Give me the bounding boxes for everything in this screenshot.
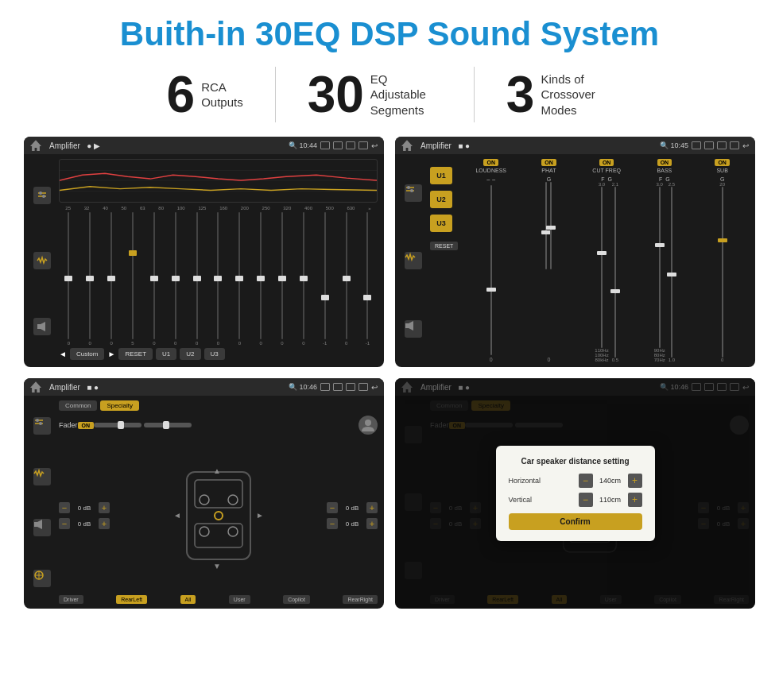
u3-select-button[interactable]: U3: [430, 215, 452, 232]
eq-track-5[interactable]: [175, 212, 176, 339]
btn-rearright[interactable]: RearRight: [343, 595, 378, 604]
phat-on-badge[interactable]: ON: [541, 159, 556, 166]
bass-thumb-1[interactable]: [655, 243, 665, 247]
eq-u3-button[interactable]: U3: [204, 348, 225, 360]
bass-on-badge[interactable]: ON: [657, 159, 672, 166]
fader-icon-balance[interactable]: [33, 570, 51, 587]
cutfreq-slider-1[interactable]: [601, 187, 603, 348]
eq-track-8[interactable]: [238, 212, 240, 339]
eq-track-12[interactable]: [324, 212, 326, 339]
phat-slider-2[interactable]: [550, 182, 552, 269]
loudness-thumb[interactable]: [486, 288, 496, 292]
eq-track-9[interactable]: [260, 212, 262, 339]
tab-specialty[interactable]: Specialty: [100, 400, 138, 411]
eq-thumb-14[interactable]: [363, 295, 371, 300]
db-minus-fl[interactable]: −: [59, 502, 70, 513]
eq-thumb-10[interactable]: [278, 276, 286, 281]
back-icon-2[interactable]: ↩: [742, 141, 749, 150]
bass-slider-2[interactable]: [671, 187, 672, 358]
u1-select-button[interactable]: U1: [430, 167, 452, 184]
eq-track-10[interactable]: [281, 212, 283, 339]
dialog-minus-horizontal[interactable]: −: [579, 474, 593, 488]
fader-icon-wave[interactable]: [33, 468, 51, 485]
eq-thumb-8[interactable]: [235, 276, 243, 281]
home-icon-1[interactable]: [30, 140, 41, 151]
eq-track-13[interactable]: [346, 212, 347, 339]
home-icon-3[interactable]: [30, 381, 41, 393]
eq-reset-button[interactable]: RESET: [118, 348, 153, 360]
db-plus-fl[interactable]: +: [99, 502, 110, 513]
fader-h-slider-2[interactable]: [144, 423, 192, 427]
crossover-icon-speaker[interactable]: [405, 320, 422, 338]
fader-on-button[interactable]: ON: [78, 422, 95, 429]
fader-h-slider-1[interactable]: [94, 423, 141, 427]
db-minus-rl[interactable]: −: [59, 518, 70, 529]
dialog-minus-vertical[interactable]: −: [579, 493, 593, 507]
eq-thumb-12[interactable]: [321, 295, 329, 300]
fader-h-thumb-2[interactable]: [163, 421, 169, 429]
fader-icon-speaker[interactable]: [33, 519, 51, 536]
btn-user[interactable]: User: [229, 595, 250, 604]
db-minus-fr[interactable]: −: [327, 502, 338, 513]
eq-track-2[interactable]: [110, 212, 112, 339]
btn-all[interactable]: All: [180, 595, 196, 604]
sub-on-badge[interactable]: ON: [715, 159, 730, 166]
loudness-slider[interactable]: [490, 185, 492, 355]
eq-icon-tune[interactable]: [33, 187, 51, 204]
tab-common[interactable]: Common: [59, 400, 97, 411]
eq-thumb-7[interactable]: [214, 276, 222, 281]
phat-thumb-2[interactable]: [546, 226, 556, 230]
cutfreq-slider-2[interactable]: [614, 187, 616, 358]
btn-copilot[interactable]: Copilot: [283, 595, 310, 604]
cutfreq-thumb-1[interactable]: [597, 251, 607, 255]
eq-thumb-11[interactable]: [300, 276, 308, 281]
bass-slider-1[interactable]: [659, 187, 661, 348]
loudness-on-badge[interactable]: ON: [483, 159, 498, 166]
cutfreq-thumb-2[interactable]: [610, 289, 620, 293]
eq-track-3[interactable]: [132, 212, 134, 339]
bass-thumb-2[interactable]: [667, 273, 676, 277]
sub-thumb[interactable]: [718, 238, 727, 242]
crossover-icon-tune[interactable]: [405, 184, 422, 202]
eq-custom-button[interactable]: Custom: [70, 348, 105, 360]
btn-driver[interactable]: Driver: [59, 595, 83, 604]
back-icon-1[interactable]: ↩: [371, 141, 378, 150]
db-plus-rl[interactable]: +: [99, 518, 110, 529]
eq-thumb-4[interactable]: [150, 276, 158, 281]
fader-icon-tune[interactable]: [33, 417, 51, 435]
dialog-plus-vertical[interactable]: +: [628, 493, 642, 507]
dialog-confirm-button[interactable]: Confirm: [509, 513, 642, 530]
eq-thumb-0[interactable]: [64, 276, 72, 281]
eq-thumb-1[interactable]: [86, 276, 94, 281]
db-plus-fr[interactable]: +: [366, 502, 378, 513]
crossover-icon-wave[interactable]: [405, 252, 422, 269]
home-icon-2[interactable]: [401, 140, 413, 151]
eq-track-0[interactable]: [68, 212, 69, 339]
eq-u2-button[interactable]: U2: [180, 348, 200, 360]
dialog-plus-horizontal[interactable]: +: [628, 474, 642, 488]
eq-thumb-6[interactable]: [193, 276, 201, 281]
eq-prev-button[interactable]: ◄: [59, 350, 67, 358]
eq-track-11[interactable]: [303, 212, 304, 339]
eq-thumb-13[interactable]: [343, 276, 351, 281]
eq-thumb-2[interactable]: [107, 276, 115, 281]
eq-thumb-9[interactable]: [257, 276, 265, 281]
eq-track-1[interactable]: [89, 212, 91, 339]
db-plus-rr[interactable]: +: [366, 518, 378, 529]
eq-track-14[interactable]: [366, 212, 368, 339]
db-minus-rr[interactable]: −: [327, 518, 338, 529]
eq-thumb-3[interactable]: [129, 250, 137, 256]
btn-rearleft[interactable]: RearLeft: [116, 595, 147, 604]
eq-track-7[interactable]: [217, 212, 219, 339]
fader-avatar[interactable]: [358, 416, 378, 435]
eq-icon-speaker[interactable]: [33, 318, 51, 335]
eq-next-button[interactable]: ►: [107, 350, 115, 358]
eq-track-6[interactable]: [196, 212, 198, 339]
eq-u1-button[interactable]: U1: [156, 348, 176, 360]
sub-slider[interactable]: [722, 187, 723, 358]
cutfreq-on-badge[interactable]: ON: [599, 159, 614, 166]
eq-thumb-5[interactable]: [172, 276, 180, 281]
fader-h-thumb-1[interactable]: [118, 421, 124, 429]
crossover-reset-button[interactable]: RESET: [430, 242, 458, 250]
back-icon-3[interactable]: ↩: [371, 383, 378, 392]
